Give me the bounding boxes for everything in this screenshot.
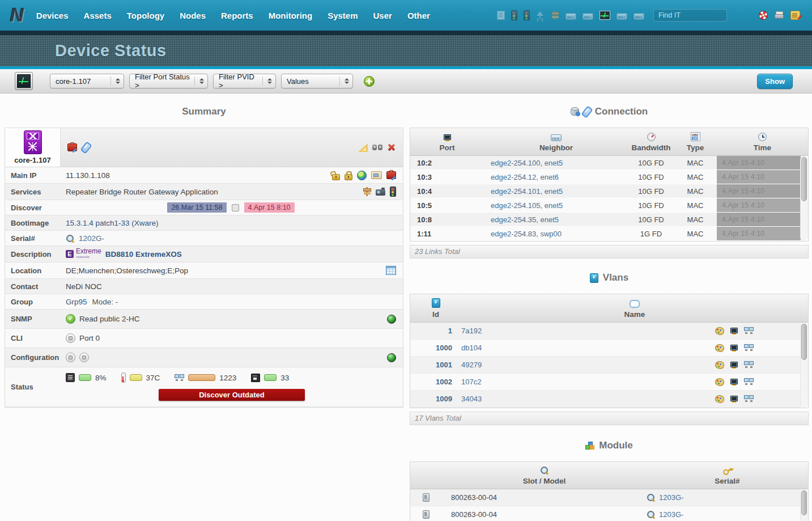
nodes-icon[interactable] bbox=[730, 328, 738, 334]
find-icon[interactable] bbox=[372, 144, 382, 151]
add-filter-icon[interactable] bbox=[364, 76, 375, 87]
snmp-graph-orb-icon[interactable] bbox=[387, 315, 396, 324]
nav-item[interactable]: User bbox=[373, 11, 392, 20]
device-icon[interactable] bbox=[24, 130, 42, 154]
traffic-light-icon[interactable] bbox=[524, 10, 530, 20]
connection-row: 10:2 edge2-254.100, enet5 10G FD MAC 4.A… bbox=[410, 156, 801, 170]
group-link[interactable]: Grp95 bbox=[66, 298, 87, 306]
nav-item[interactable]: System bbox=[328, 11, 358, 20]
map-icon[interactable] bbox=[744, 395, 754, 403]
module-serial-link[interactable]: 1203G- bbox=[659, 510, 683, 519]
show-button[interactable]: Show bbox=[757, 74, 793, 89]
port-status-filter-select[interactable]: Filter Port Status > bbox=[129, 74, 208, 88]
switch-icon[interactable] bbox=[634, 13, 644, 20]
bootimage-link[interactable]: 15.3.1.4 patch1-33 (Xware) bbox=[66, 219, 159, 227]
nav-item[interactable]: Topology bbox=[127, 11, 164, 20]
values-select[interactable]: Values bbox=[281, 74, 353, 88]
col-serial[interactable]: Serial# bbox=[647, 466, 808, 485]
map-icon[interactable] bbox=[744, 361, 754, 368]
palette-icon[interactable] bbox=[715, 361, 724, 369]
map-icon[interactable] bbox=[744, 327, 754, 334]
mem-gauge bbox=[188, 374, 215, 381]
nodes-icon[interactable] bbox=[730, 362, 738, 368]
map-icon[interactable] bbox=[744, 344, 754, 351]
device-select[interactable]: core-1.107 bbox=[50, 74, 124, 88]
col-neighbor[interactable]: Neighbor bbox=[484, 132, 628, 152]
col-bandwidth[interactable]: Bandwidth bbox=[628, 132, 674, 152]
palette-icon[interactable] bbox=[715, 344, 724, 352]
traffic-light-icon[interactable] bbox=[390, 187, 396, 197]
measure-icon[interactable] bbox=[358, 143, 368, 152]
find-it-input[interactable] bbox=[653, 9, 727, 22]
document-icon[interactable] bbox=[497, 11, 505, 20]
topology-icon[interactable] bbox=[536, 11, 545, 19]
magnifier-icon[interactable] bbox=[647, 510, 656, 519]
camera-icon[interactable] bbox=[376, 189, 385, 196]
traffic-light-icon[interactable] bbox=[511, 10, 517, 20]
nav-item[interactable]: Other bbox=[407, 11, 430, 20]
signpost-icon[interactable] bbox=[363, 187, 371, 196]
col-slot-model[interactable]: Slot / Model bbox=[442, 466, 647, 485]
col-name[interactable]: Name bbox=[461, 298, 808, 319]
edit-ip-icon[interactable] bbox=[386, 171, 396, 179]
modules-icon[interactable] bbox=[585, 442, 594, 450]
palette-icon[interactable] bbox=[715, 378, 724, 386]
monitor-pulse-icon[interactable] bbox=[600, 11, 610, 20]
delete-icon[interactable] bbox=[387, 143, 395, 151]
lock-icon[interactable] bbox=[345, 174, 352, 180]
nav-item[interactable]: Nodes bbox=[180, 11, 206, 20]
notes-icon[interactable] bbox=[790, 11, 800, 20]
scrollbar-thumb[interactable] bbox=[801, 490, 807, 515]
module-serial-link[interactable]: 1203G- bbox=[659, 493, 683, 502]
nodes-icon[interactable] bbox=[730, 379, 738, 386]
config-button-icon[interactable] bbox=[79, 353, 89, 362]
database-sync-icon[interactable] bbox=[571, 108, 579, 116]
neighbor-link[interactable]: edge2-254.12 bbox=[491, 173, 536, 181]
nav-item[interactable]: Assets bbox=[84, 11, 112, 20]
nodes-icon[interactable] bbox=[730, 396, 738, 403]
magnifier-icon[interactable] bbox=[66, 234, 75, 243]
vlan-icon[interactable] bbox=[590, 273, 598, 283]
link-icon[interactable] bbox=[581, 105, 593, 118]
col-port[interactable]: Port bbox=[410, 132, 484, 152]
nodes-icon[interactable] bbox=[730, 345, 738, 351]
serial-link[interactable]: 1202G- bbox=[79, 234, 104, 243]
vlan-actions bbox=[715, 361, 801, 369]
palette-icon[interactable] bbox=[715, 395, 724, 403]
switch-icon[interactable] bbox=[566, 13, 576, 20]
map-icon[interactable] bbox=[744, 378, 754, 386]
help-icon[interactable] bbox=[759, 11, 768, 20]
pvid-filter-select[interactable]: Filter PVID > bbox=[213, 74, 276, 88]
switch-icon[interactable] bbox=[617, 13, 627, 20]
nav-item[interactable]: Devices bbox=[36, 11, 69, 20]
neighbor-link[interactable]: edge2-254.105 bbox=[491, 201, 540, 210]
col-time[interactable]: Time bbox=[717, 132, 808, 152]
neighbor-link[interactable]: edge2-254.35 bbox=[491, 215, 536, 224]
neighbor-link[interactable]: edge2-254.101 bbox=[491, 187, 540, 196]
cli-button-icon[interactable] bbox=[66, 333, 75, 343]
palette-icon[interactable] bbox=[715, 327, 724, 335]
nav-item[interactable]: Monitoring bbox=[269, 11, 312, 20]
scrollbar-thumb[interactable] bbox=[801, 324, 807, 360]
print-icon[interactable] bbox=[775, 11, 784, 19]
globe-icon[interactable] bbox=[357, 171, 367, 180]
nav-item[interactable]: Reports bbox=[221, 11, 253, 20]
rack-grid-icon[interactable] bbox=[386, 266, 396, 275]
link-icon[interactable] bbox=[80, 141, 92, 154]
col-id[interactable]: Id bbox=[410, 298, 461, 319]
monitor-button[interactable] bbox=[15, 72, 33, 90]
col-type[interactable]: Type bbox=[674, 132, 717, 152]
config-button-icon[interactable] bbox=[66, 353, 75, 362]
config-graph-orb-icon[interactable] bbox=[387, 353, 396, 362]
status-image-icon[interactable] bbox=[371, 171, 382, 179]
scrollbar-thumb[interactable] bbox=[801, 157, 807, 201]
switch-icon[interactable] bbox=[583, 13, 593, 20]
signpost-icon[interactable] bbox=[551, 11, 559, 20]
discover-checkbox[interactable] bbox=[232, 204, 239, 211]
magnifier-icon[interactable] bbox=[647, 493, 656, 502]
neighbor-link[interactable]: edge2-254.100 bbox=[491, 159, 540, 167]
unlock-icon[interactable] bbox=[332, 174, 340, 180]
nedi-logo[interactable] bbox=[10, 5, 23, 26]
edit-device-icon[interactable] bbox=[67, 143, 77, 151]
neighbor-link[interactable]: edge2-254.83 bbox=[491, 230, 536, 238]
